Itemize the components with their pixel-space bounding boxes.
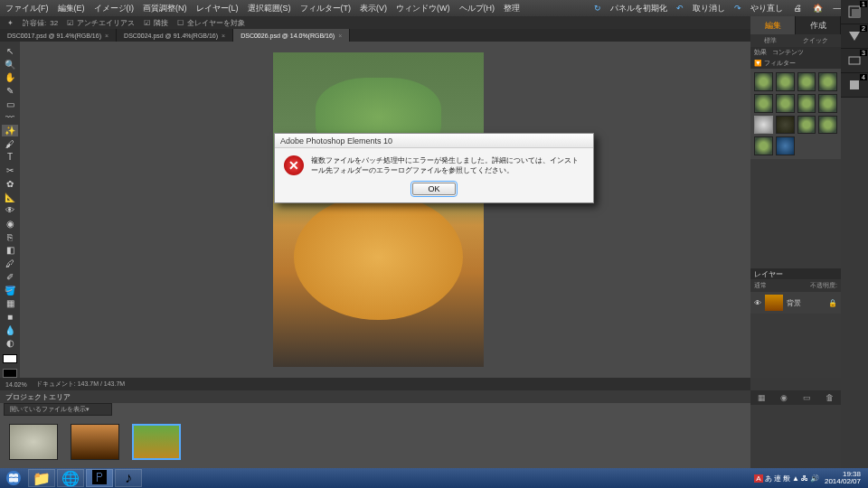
marquee-tool[interactable]: ▭ — [2, 99, 18, 110]
redeye-tool[interactable]: 👁 — [2, 204, 18, 216]
all-layers-checkbox[interactable]: ☐ 全レイヤーを対象 — [177, 18, 245, 28]
effect-thumb[interactable] — [776, 136, 795, 155]
footer-icon[interactable]: 🗑 — [826, 393, 834, 402]
close-icon[interactable]: × — [338, 33, 342, 39]
tab-doc-1[interactable]: DSC0017.psd @ 91.4%(RGB/16)× — [0, 29, 117, 42]
ok-button[interactable]: OK — [412, 183, 455, 195]
filter-dropdown[interactable]: 🔽 フィルター — [754, 59, 796, 68]
layer-row[interactable]: 👁 背景 🔒 — [750, 292, 841, 314]
panel-icon-2[interactable]: 2 — [841, 24, 868, 49]
smart-brush-tool[interactable]: ✐ — [2, 271, 18, 283]
tab-create[interactable]: 作成 — [796, 16, 841, 34]
layer-thumbnail[interactable] — [765, 295, 783, 311]
close-icon[interactable]: × — [222, 33, 225, 39]
selection-brush-tool[interactable]: 🖌 — [2, 138, 18, 150]
footer-icon[interactable]: ▦ — [758, 393, 766, 402]
effect-thumb[interactable] — [797, 116, 816, 135]
effect-thumb[interactable] — [754, 136, 773, 155]
tab-doc-2[interactable]: DSC0024.psd @ 91.4%(RGB/16)× — [117, 29, 233, 42]
taskbar-explorer[interactable]: 📁 — [28, 469, 55, 487]
hand-tool[interactable]: ✋ — [2, 71, 18, 83]
document-canvas[interactable] — [273, 52, 484, 367]
project-bin-dropdown[interactable]: 開いているファイルを表示 ▾ — [4, 403, 112, 416]
tab-edit[interactable]: 編集 — [750, 16, 796, 34]
zoom-level[interactable]: 14.02% — [5, 381, 27, 388]
background-color[interactable] — [3, 369, 17, 378]
move-tool[interactable]: ↖ — [2, 45, 18, 57]
menu-window[interactable]: ウィンドウ(W) — [396, 3, 450, 14]
eyedropper-tool[interactable]: ✎ — [2, 85, 18, 97]
subtab-quick[interactable]: クイック — [803, 36, 828, 45]
subtab-standard[interactable]: 標準 — [764, 36, 777, 45]
bin-thumb[interactable] — [9, 424, 58, 460]
menu-layer[interactable]: レイヤー(L) — [196, 3, 239, 14]
print-icon[interactable]: 🖨 — [792, 3, 803, 14]
blend-mode-dropdown[interactable]: 通常 — [754, 281, 767, 290]
paint-bucket-tool[interactable]: 🪣 — [2, 285, 18, 296]
undo-button[interactable]: 取り消し — [693, 3, 725, 14]
start-button[interactable] — [0, 468, 27, 488]
tab-doc-3[interactable]: DSC0026.psd @ 14.0%(RGB/16)× — [233, 29, 350, 42]
spot-heal-tool[interactable]: ◉ — [2, 218, 18, 230]
taskbar-pse[interactable]: 🅿 — [86, 469, 113, 487]
straighten-tool[interactable]: 📐 — [2, 192, 18, 203]
effect-thumb[interactable] — [754, 116, 773, 135]
effect-thumb[interactable] — [776, 116, 795, 135]
foreground-color[interactable] — [3, 354, 17, 363]
menu-select[interactable]: 選択範囲(S) — [248, 3, 291, 14]
taskbar-chrome[interactable]: 🌐 — [57, 469, 84, 487]
type-tool[interactable]: T — [2, 152, 18, 164]
menu-filter[interactable]: フィルター(T) — [300, 3, 352, 14]
gradient-tool[interactable]: ▦ — [2, 297, 18, 309]
layer-name[interactable]: 背景 — [787, 298, 801, 308]
lasso-tool[interactable]: 〰 — [2, 112, 18, 124]
system-tray[interactable]: A あ 連 般 ▲ 🖧 🔊 19:38 2014/02/07 — [754, 471, 868, 485]
effect-thumb[interactable] — [818, 116, 837, 135]
effect-thumb[interactable] — [776, 94, 795, 113]
eraser-tool[interactable]: ◧ — [2, 245, 18, 257]
menu-arrange[interactable]: 整理 — [504, 3, 520, 14]
home-icon[interactable]: 🏠 — [812, 3, 823, 14]
lock-icon[interactable]: 🔒 — [828, 299, 837, 307]
menu-file[interactable]: ファイル(F) — [5, 3, 49, 14]
shape-tool[interactable]: ■ — [2, 311, 18, 323]
magic-wand-tool[interactable]: ✨ — [2, 125, 18, 136]
antialias-checkbox[interactable]: ☑ アンチエイリアス — [67, 18, 135, 28]
panel-reset[interactable]: パネルを初期化 — [610, 3, 667, 14]
effect-thumb[interactable] — [818, 94, 837, 113]
menu-enhance[interactable]: 画質調整(N) — [143, 3, 187, 14]
tray-icon[interactable]: A — [754, 474, 762, 483]
effect-thumb[interactable] — [776, 72, 795, 91]
content-header[interactable]: コンテンツ — [772, 48, 804, 57]
bin-thumb[interactable] — [132, 424, 181, 460]
visibility-icon[interactable]: 👁 — [754, 299, 761, 307]
tray-icon[interactable]: ▲ — [792, 474, 799, 483]
menu-image[interactable]: イメージ(I) — [94, 3, 135, 14]
zoom-tool[interactable]: 🔍 — [2, 59, 18, 70]
blur-tool[interactable]: 💧 — [2, 324, 18, 336]
panel-icon-4[interactable]: 4 — [841, 73, 868, 98]
footer-icon[interactable]: ◉ — [780, 393, 788, 402]
tray-icon[interactable]: 🖧 — [801, 474, 808, 483]
effect-thumb[interactable] — [754, 94, 773, 113]
footer-icon[interactable]: ▭ — [803, 393, 811, 402]
redo-button[interactable]: やり直し — [750, 3, 783, 14]
tolerance-value[interactable]: 32 — [50, 19, 58, 27]
effect-thumb[interactable] — [754, 72, 773, 91]
menu-help[interactable]: ヘルプ(H) — [459, 3, 495, 14]
panel-icon-1[interactable]: 1 — [841, 0, 868, 24]
taskbar-clock[interactable]: 19:38 2014/02/07 — [821, 471, 864, 485]
tool-preset-icon[interactable]: ✦ — [7, 19, 14, 27]
cookie-cutter-tool[interactable]: ✿ — [2, 178, 18, 190]
panel-icon-3[interactable]: 3 — [841, 49, 868, 73]
brush-tool[interactable]: 🖊 — [2, 258, 18, 269]
ime-status[interactable]: あ 連 般 — [765, 474, 790, 483]
taskbar-itunes[interactable]: ♪ — [115, 469, 142, 487]
effect-thumb[interactable] — [818, 72, 837, 91]
menu-view[interactable]: 表示(V) — [360, 3, 387, 14]
menu-edit[interactable]: 編集(E) — [58, 3, 85, 14]
tray-icon[interactable]: 🔊 — [810, 474, 819, 483]
contiguous-checkbox[interactable]: ☑ 隣接 — [144, 18, 168, 28]
dialog-title[interactable]: Adobe Photoshop Elements 10 — [275, 134, 593, 148]
effect-thumb[interactable] — [797, 72, 816, 91]
